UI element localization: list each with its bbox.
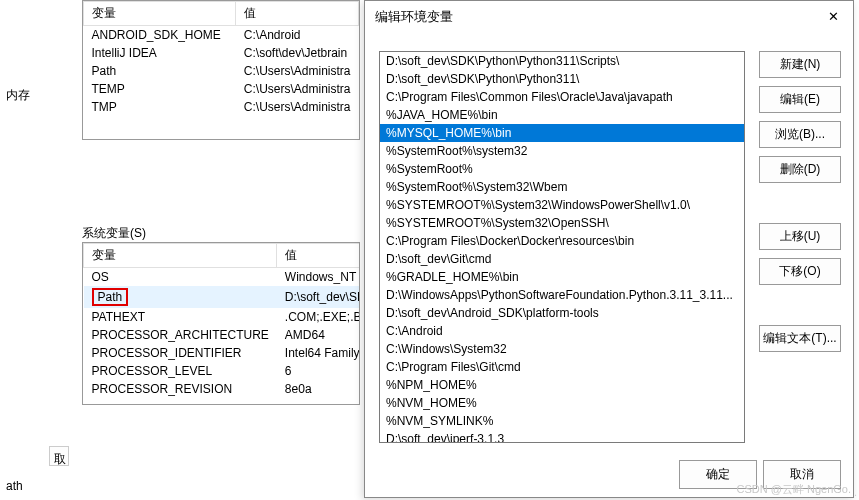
table-row[interactable]: PROCESSOR_LEVEL6 [84,362,361,380]
table-row[interactable]: ANDROID_SDK_HOMEC:\Android [84,26,359,45]
table-row[interactable]: TEMPC:\Users\Administra [84,80,359,98]
col-val[interactable]: 值 [277,244,360,268]
list-item[interactable]: %NVM_HOME% [380,394,744,412]
list-item[interactable]: C:\Program Files\Common Files\Oracle\Jav… [380,88,744,106]
system-vars-table[interactable]: 变量 值 OSWindows_NTPathD:\soft_dev\SDK\PyP… [83,243,360,398]
list-item[interactable]: D:\soft_dev\Android_SDK\platform-tools [380,304,744,322]
list-item[interactable]: C:\Windows\System32 [380,340,744,358]
list-item[interactable]: D:\soft_dev\iperf-3.1.3 [380,430,744,443]
edit-env-var-dialog: 编辑环境变量 ✕ D:\soft_dev\SDK\Python\Python31… [364,0,854,498]
list-item[interactable]: D:\WindowsApps\PythonSoftwareFoundation.… [380,286,744,304]
move-down-button[interactable]: 下移(O) [759,258,841,285]
list-item[interactable]: C:\Program Files\Git\cmd [380,358,744,376]
list-item[interactable]: %SystemRoot%\System32\Wbem [380,178,744,196]
bg-path-fragment: ath [0,476,29,496]
close-icon[interactable]: ✕ [823,7,843,27]
browse-button[interactable]: 浏览(B)... [759,121,841,148]
table-row[interactable]: OSWindows_NT [84,268,361,287]
memory-label: 内存 [0,84,36,107]
move-up-button[interactable]: 上移(U) [759,223,841,250]
table-row[interactable]: IntelliJ IDEAC:\soft\dev\Jetbrain [84,44,359,62]
list-item[interactable]: D:\soft_dev\SDK\Python\Python311\Scripts… [380,52,744,70]
list-item[interactable]: %NVM_SYMLINK% [380,412,744,430]
user-vars-table[interactable]: 变量 值 ANDROID_SDK_HOMEC:\AndroidIntelliJ … [83,1,359,116]
table-row[interactable]: TMPC:\Users\Administra [84,98,359,116]
table-row[interactable]: PROCESSOR_REVISION8e0a [84,380,361,398]
list-item[interactable]: D:\soft_dev\SDK\Python\Python311\ [380,70,744,88]
ok-button[interactable]: 确定 [679,460,757,489]
cancel-button[interactable]: 取消 [763,460,841,489]
col-var[interactable]: 变量 [84,2,236,26]
user-vars-table-box: 变量 值 ANDROID_SDK_HOMEC:\AndroidIntelliJ … [82,0,360,140]
edit-button[interactable]: 编辑(E) [759,86,841,113]
list-item[interactable]: C:\Android [380,322,744,340]
list-item[interactable]: %GRADLE_HOME%\bin [380,268,744,286]
col-val[interactable]: 值 [236,2,359,26]
table-row[interactable]: PROCESSOR_ARCHITECTUREAMD64 [84,326,361,344]
list-item[interactable]: %NPM_HOME% [380,376,744,394]
list-item[interactable]: %SystemRoot%\system32 [380,142,744,160]
table-row[interactable]: PathC:\Users\Administra [84,62,359,80]
bg-cancel-fragment[interactable]: 取 [49,446,69,466]
table-row[interactable]: PathD:\soft_dev\SDK\Py [84,286,361,308]
list-item[interactable]: %SYSTEMROOT%\System32\OpenSSH\ [380,214,744,232]
list-item[interactable]: %SystemRoot% [380,160,744,178]
list-item[interactable]: %MYSQL_HOME%\bin [380,124,744,142]
list-item[interactable]: %JAVA_HOME%\bin [380,106,744,124]
table-row[interactable]: PATHEXT.COM;.EXE;.BAT;.CM [84,308,361,326]
dialog-title: 编辑环境变量 [375,8,453,26]
edit-text-button[interactable]: 编辑文本(T)... [759,325,841,352]
list-item[interactable]: D:\soft_dev\Git\cmd [380,250,744,268]
list-item[interactable]: C:\Program Files\Docker\Docker\resources… [380,232,744,250]
table-row[interactable]: PROCESSOR_IDENTIFIERIntel64 Family 6 Mo [84,344,361,362]
system-vars-table-box: 变量 值 OSWindows_NTPathD:\soft_dev\SDK\PyP… [82,242,360,405]
system-vars-label: 系统变量(S) [82,225,146,242]
path-listbox[interactable]: D:\soft_dev\SDK\Python\Python311\Scripts… [379,51,745,443]
new-button[interactable]: 新建(N) [759,51,841,78]
col-var[interactable]: 变量 [84,244,277,268]
list-item[interactable]: %SYSTEMROOT%\System32\WindowsPowerShell\… [380,196,744,214]
delete-button[interactable]: 删除(D) [759,156,841,183]
